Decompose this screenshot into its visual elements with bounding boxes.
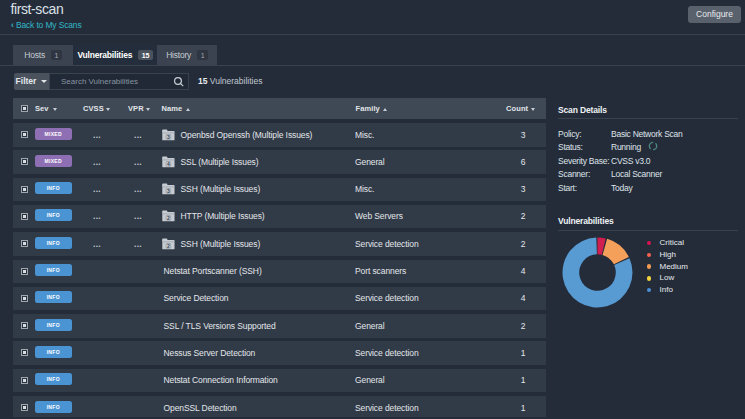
svg-text:3: 3 — [167, 188, 170, 194]
svg-text:4: 4 — [167, 160, 170, 166]
svg-text:3: 3 — [167, 133, 170, 139]
svg-text:2: 2 — [167, 242, 170, 248]
svg-text:2: 2 — [167, 215, 170, 221]
